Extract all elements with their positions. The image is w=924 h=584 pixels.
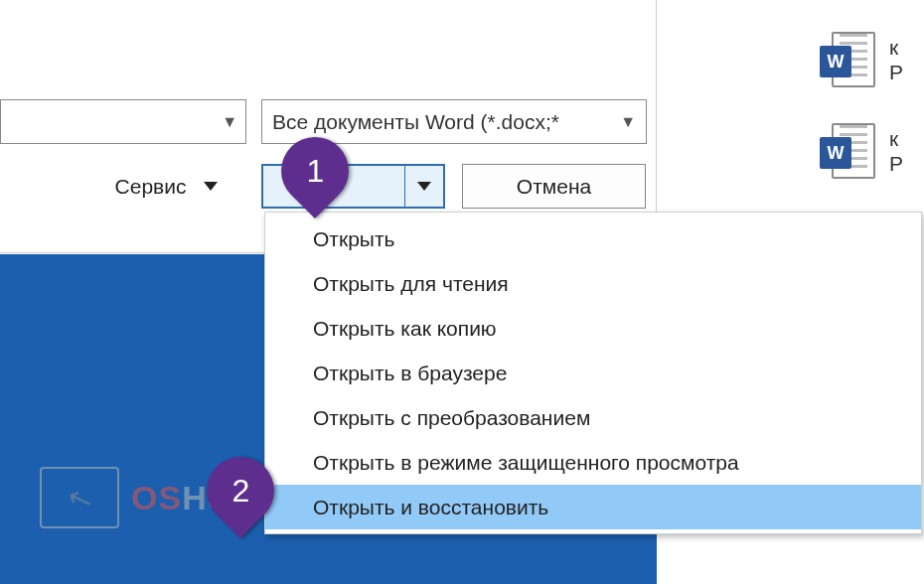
menu-item-label: Открыть в браузере <box>313 362 507 385</box>
menu-item-open-transform[interactable]: Открыть с преобразованием <box>265 395 921 440</box>
menu-item-open[interactable]: Открыть <box>265 217 921 261</box>
annotation-pin-1: 1 <box>278 137 352 228</box>
menu-item-open-browser[interactable]: Открыть в браузере <box>265 351 921 395</box>
menu-item-label: Открыть и восстановить <box>313 496 548 519</box>
filetype-label: Все документы Word (*.docx;* <box>272 110 559 134</box>
annotation-pin-2: 2 <box>204 457 277 548</box>
triangle-down-icon <box>417 182 431 191</box>
menu-item-label: Открыть в режиме защищенного просмотра <box>313 451 739 475</box>
word-doc-icon: W <box>820 32 875 87</box>
menu-item-label: Открыть для чтения <box>313 272 509 296</box>
chevron-down-icon: ▼ <box>222 113 237 131</box>
open-mode-menu: Открыть Открыть для чтения Открыть как к… <box>264 212 922 534</box>
menu-item-open-copy[interactable]: Открыть как копию <box>265 306 921 351</box>
menu-item-open-protected[interactable]: Открыть в режиме защищенного просмотра <box>265 440 921 485</box>
cancel-button[interactable]: Отмена <box>462 164 646 209</box>
tools-label: Сервис <box>115 175 187 199</box>
cursor-icon: ↖ <box>40 467 119 528</box>
menu-item-label: Открыть с преобразованием <box>313 406 590 430</box>
file-item[interactable]: W к P <box>820 121 924 181</box>
menu-item-open-repair[interactable]: Открыть и восстановить <box>265 485 921 529</box>
menu-item-label: Открыть как копию <box>313 317 497 341</box>
menu-item-label: Открыть <box>313 227 394 251</box>
word-doc-icon: W <box>820 123 875 179</box>
chevron-down-icon: ▼ <box>620 113 636 131</box>
tools-dropdown[interactable]: Сервис <box>89 164 243 209</box>
filename-combobox[interactable]: ▼ <box>0 99 246 144</box>
triangle-down-icon <box>204 182 218 191</box>
file-label: к P <box>889 35 903 84</box>
open-button-dropdown[interactable] <box>405 166 443 207</box>
menu-item-open-readonly[interactable]: Открыть для чтения <box>265 261 921 306</box>
cancel-label: Отмена <box>517 175 591 199</box>
file-label: к P <box>889 126 903 176</box>
file-item[interactable]: W к P <box>820 30 924 89</box>
